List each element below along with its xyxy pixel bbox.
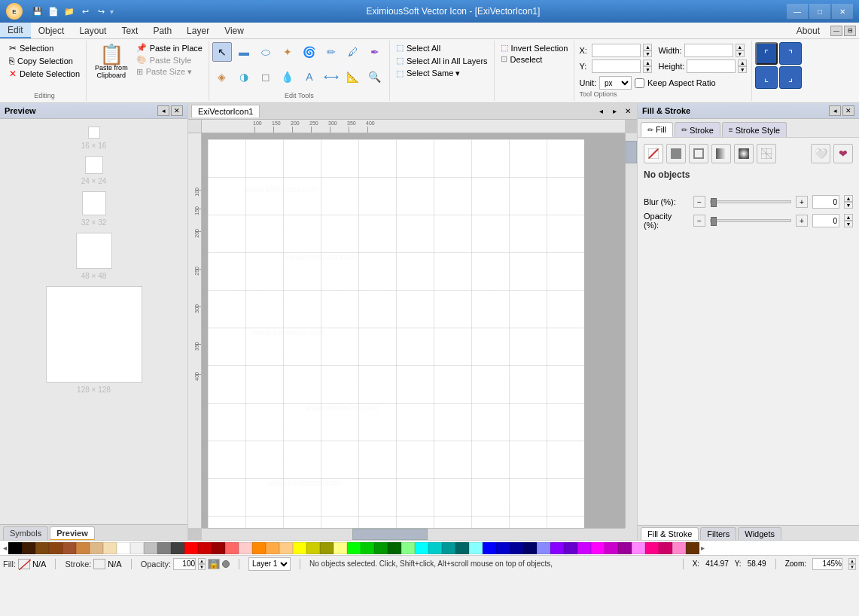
- tab-stroke[interactable]: ✏ Stroke: [675, 122, 720, 137]
- palette-color-31[interactable]: [428, 542, 442, 554]
- star-tool-btn[interactable]: ✦: [278, 42, 297, 62]
- zoom-tool-btn[interactable]: 🔍: [365, 67, 385, 87]
- menu-path[interactable]: Path: [145, 23, 179, 38]
- fill-solid-btn[interactable]: ❤: [833, 144, 853, 163]
- blur-slider[interactable]: [710, 200, 791, 203]
- palette-color-50[interactable]: [686, 542, 699, 554]
- copy-selection-btn[interactable]: ⎘ Copy Selection: [8, 55, 81, 67]
- x-input[interactable]: [592, 44, 641, 57]
- align-tl-btn[interactable]: ⌜: [755, 42, 778, 65]
- text-tool-btn[interactable]: A: [300, 67, 319, 87]
- preview-pin-btn[interactable]: ◂: [157, 105, 169, 116]
- measure-tool-btn[interactable]: 📐: [343, 67, 363, 87]
- palette-color-45[interactable]: [618, 542, 632, 554]
- palette-color-32[interactable]: [442, 542, 455, 554]
- canvas-tab-item[interactable]: ExiVectorIcon1: [191, 105, 260, 117]
- undo-quick-btn[interactable]: ↩: [78, 5, 92, 18]
- tab-filters[interactable]: Filters: [700, 527, 736, 540]
- folder-quick-btn[interactable]: 📁: [62, 5, 76, 18]
- canvas-scrollbar-h[interactable]: [202, 528, 625, 540]
- deselect-btn[interactable]: ⊡ Deselect: [499, 53, 570, 65]
- palette-color-30[interactable]: [415, 542, 428, 554]
- palette-color-37[interactable]: [510, 542, 523, 554]
- menu-edit[interactable]: Edit: [0, 23, 31, 38]
- w-spin-up[interactable]: ▲: [736, 44, 745, 50]
- layer-select[interactable]: Layer 1: [248, 557, 291, 571]
- connector-tool-btn[interactable]: ⟷: [321, 67, 341, 87]
- palette-color-7[interactable]: [103, 542, 117, 554]
- paste-from-clipboard-btn[interactable]: 📋 Paste fromClipboard: [91, 42, 132, 81]
- fill-linear-btn[interactable]: [711, 144, 731, 163]
- redo-quick-btn[interactable]: ↪: [94, 5, 108, 18]
- palette-color-48[interactable]: [659, 542, 672, 554]
- x-spin-down[interactable]: ▼: [643, 50, 652, 57]
- fill-none-btn[interactable]: [644, 144, 663, 163]
- cut-selection-btn[interactable]: ✂ Selection: [8, 42, 81, 54]
- canvas-next-btn[interactable]: ▸: [608, 106, 620, 117]
- palette-color-11[interactable]: [157, 542, 171, 554]
- spiral-tool-btn[interactable]: 🌀: [300, 42, 319, 62]
- preview-close-btn[interactable]: ✕: [171, 105, 183, 116]
- zoom-spin-down[interactable]: ▼: [848, 564, 856, 570]
- palette-color-1[interactable]: [22, 542, 35, 554]
- opacity-minus-btn[interactable]: −: [693, 215, 705, 227]
- canvas-close-btn[interactable]: ✕: [622, 106, 634, 117]
- height-input[interactable]: [687, 59, 736, 73]
- menu-about[interactable]: About: [789, 23, 827, 38]
- palette-color-17[interactable]: [239, 542, 252, 554]
- palette-color-4[interactable]: [62, 542, 76, 554]
- tab-fill[interactable]: ✏ Fill: [641, 122, 673, 137]
- align-bl-btn[interactable]: ⌞: [755, 66, 778, 89]
- palette-color-0[interactable]: [8, 542, 22, 554]
- color-pick-btn[interactable]: 💧: [278, 67, 297, 87]
- palette-color-16[interactable]: [225, 542, 239, 554]
- tab-widgets[interactable]: Widgets: [738, 527, 781, 540]
- palette-color-33[interactable]: [455, 542, 469, 554]
- erase-tool-btn[interactable]: ◻: [256, 67, 276, 87]
- opacity-bottom-up[interactable]: ▲: [198, 558, 206, 564]
- new-quick-btn[interactable]: 📄: [47, 5, 60, 18]
- opacity-plus-btn[interactable]: +: [796, 215, 808, 227]
- menu-layout[interactable]: Layout: [72, 23, 114, 38]
- zoom-input[interactable]: [812, 558, 842, 570]
- opacity-bottom-input[interactable]: [173, 558, 196, 570]
- palette-color-35[interactable]: [483, 542, 496, 554]
- fill-outline-btn[interactable]: [689, 144, 708, 163]
- palette-color-6[interactable]: [90, 542, 103, 554]
- palette-color-24[interactable]: [334, 542, 347, 554]
- w-spin-down[interactable]: ▼: [736, 50, 745, 57]
- menu-layer[interactable]: Layer: [179, 23, 217, 38]
- opacity-bottom-down[interactable]: ▼: [198, 564, 206, 570]
- paste-in-place-btn[interactable]: 📌 Paste in Place: [135, 42, 204, 53]
- palette-color-10[interactable]: [144, 542, 157, 554]
- rect-tool-btn[interactable]: ▬: [234, 42, 254, 62]
- palette-color-3[interactable]: [49, 542, 62, 554]
- tab-symbols[interactable]: Symbols: [3, 526, 48, 540]
- palette-right-arrow[interactable]: ▸: [699, 544, 706, 552]
- palette-color-38[interactable]: [523, 542, 537, 554]
- palette-color-40[interactable]: [550, 542, 564, 554]
- menu-object[interactable]: Object: [31, 23, 72, 38]
- ribbon-restore-btn[interactable]: ⊟: [844, 26, 856, 36]
- blur-minus-btn[interactable]: −: [693, 196, 705, 208]
- palette-color-14[interactable]: [198, 542, 212, 554]
- palette-color-8[interactable]: [117, 542, 130, 554]
- palette-color-36[interactable]: [496, 542, 510, 554]
- palette-color-22[interactable]: [306, 542, 320, 554]
- align-tr-btn[interactable]: ⌝: [779, 42, 802, 65]
- close-btn[interactable]: ✕: [832, 4, 853, 19]
- x-spin-up[interactable]: ▲: [643, 44, 652, 50]
- fill-heart-btn[interactable]: 🤍: [811, 144, 830, 163]
- palette-color-21[interactable]: [293, 542, 306, 554]
- pencil-tool-btn[interactable]: ✏: [321, 42, 341, 62]
- palette-color-42[interactable]: [577, 542, 591, 554]
- maximize-btn[interactable]: □: [809, 4, 830, 19]
- blur-spin-up[interactable]: ▲: [844, 195, 853, 202]
- minimize-btn[interactable]: —: [787, 4, 808, 19]
- opacity-slider[interactable]: [710, 219, 791, 222]
- canvas-scrollbar-v[interactable]: [625, 133, 637, 528]
- palette-color-28[interactable]: [388, 542, 401, 554]
- paste-size-btn[interactable]: ⊞ Paste Size ▾: [135, 66, 204, 78]
- palette-color-39[interactable]: [537, 542, 550, 554]
- palette-color-12[interactable]: [171, 542, 184, 554]
